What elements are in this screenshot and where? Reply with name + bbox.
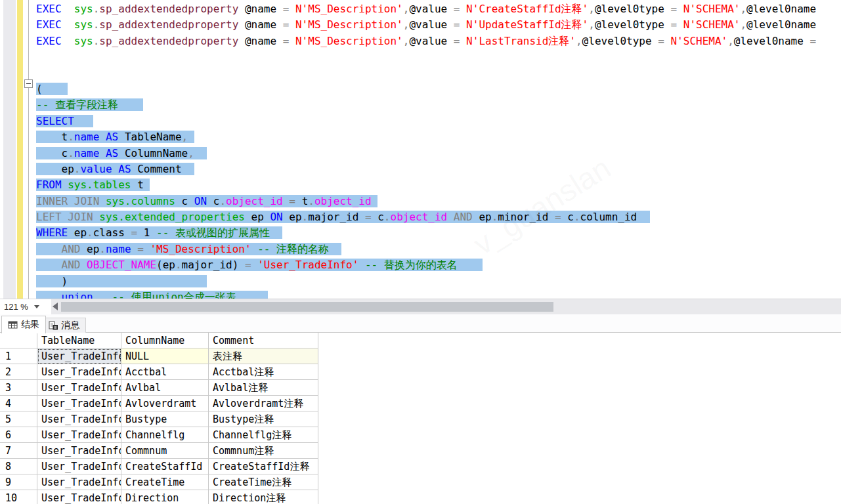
row-number[interactable]: 4 — [0, 396, 37, 411]
grid-cell[interactable]: Direction — [121, 490, 209, 504]
grid-cell[interactable]: Avloverdramt — [121, 396, 209, 411]
table-row: 1User_TradeInfoNULL表注释 — [0, 348, 841, 364]
table-row: 4User_TradeInfoAvloverdramtAvloverdramt注… — [0, 396, 841, 411]
zoom-level-label: 121 % — [4, 302, 28, 312]
code-line: EXEC sys.sp_addextendedproperty @name = … — [36, 1, 841, 17]
code-line: AND OBJECT_NAME(ep.major_id) = 'User_Tra… — [36, 257, 841, 273]
grid-header-row: TableName ColumnName Comment — [0, 333, 841, 348]
grid-cell[interactable]: User_TradeInfo — [37, 411, 121, 427]
results-grid: TableName ColumnName Comment 1User_Trade… — [0, 333, 841, 504]
grid-cell[interactable]: User_TradeInfo — [37, 427, 121, 443]
code-line: LEFT JOIN sys.extended_properties ep ON … — [36, 209, 841, 225]
grid-cell[interactable]: Avlbal — [121, 380, 209, 396]
row-number[interactable]: 9 — [0, 474, 37, 490]
row-number[interactable]: 5 — [0, 411, 37, 427]
code-line: SELECT — [36, 114, 841, 129]
table-row: 2User_TradeInfoAcctbalAcctbal注释 — [0, 364, 841, 380]
row-number[interactable]: 8 — [0, 459, 37, 474]
grid-cell[interactable]: Channelflg — [121, 427, 209, 443]
table-row: 3User_TradeInfoAvlbalAvlbal注释 — [0, 380, 841, 396]
grid-cell[interactable]: Avloverdramt注释 — [209, 396, 318, 411]
grid-cell[interactable]: Bustype — [121, 411, 209, 427]
grid-cell[interactable]: Avlbal注释 — [209, 380, 318, 396]
code-line — [36, 49, 841, 65]
hscrollbar-thumb[interactable] — [61, 302, 553, 312]
row-number[interactable]: 7 — [0, 443, 37, 459]
code-line: union -- 使用union合成一张表 — [36, 289, 841, 299]
tab-results[interactable]: 结果 — [1, 316, 46, 333]
grid-cell[interactable]: Commnum — [121, 443, 209, 459]
results-grid-icon — [8, 320, 18, 329]
code-line: ) — [36, 274, 841, 289]
code-line — [36, 66, 841, 81]
ssms-window: EXEC sys.sp_addextendedproperty @name = … — [0, 0, 841, 504]
table-row: 6User_TradeInfoChannelflgChannelflg注释 — [0, 427, 841, 443]
grid-cell[interactable]: User_TradeInfo — [37, 380, 121, 396]
row-number[interactable]: 6 — [0, 427, 37, 443]
grid-cell[interactable]: Acctbal注释 — [209, 364, 318, 380]
messages-icon — [48, 321, 58, 330]
grid-cell[interactable]: User_TradeInfo — [37, 474, 121, 490]
change-tracking-bar — [17, 0, 23, 299]
grid-cell[interactable]: CreateTime注释 — [209, 474, 318, 490]
code-line: c.name AS ColumnName, — [36, 146, 841, 161]
grid-cell[interactable]: User_TradeInfo — [37, 348, 121, 364]
grid-corner-cell[interactable] — [0, 333, 37, 348]
grid-cell[interactable]: Channelflg注释 — [209, 427, 318, 443]
row-number[interactable]: 10 — [0, 490, 37, 504]
code-line: EXEC sys.sp_addextendedproperty @name = … — [36, 17, 841, 33]
code-editor[interactable]: EXEC sys.sp_addextendedproperty @name = … — [36, 1, 841, 299]
code-line: WHERE ep.class = 1 -- 表或视图的扩展属性 — [36, 225, 841, 241]
results-tabstrip: 结果 消息 — [0, 314, 841, 333]
grid-cell[interactable]: Acctbal — [121, 364, 209, 380]
row-number[interactable]: 3 — [0, 380, 37, 396]
row-number[interactable]: 2 — [0, 364, 37, 380]
collapse-minus-icon[interactable] — [24, 79, 33, 88]
code-lines: EXEC sys.sp_addextendedproperty @name = … — [36, 1, 841, 299]
table-row: 10User_TradeInfoDirectionDirection注释 — [0, 490, 841, 504]
grid-cell[interactable]: NULL — [121, 348, 209, 364]
code-line: INNER JOIN sys.columns c ON c.object_id … — [36, 194, 841, 209]
row-number[interactable]: 1 — [0, 348, 37, 364]
tab-messages[interactable]: 消息 — [41, 318, 86, 333]
tab-results-label: 结果 — [21, 319, 39, 331]
grid-cell[interactable]: User_TradeInfo — [37, 364, 121, 380]
table-row: 7User_TradeInfoCommnumCommnum注释 — [0, 443, 841, 459]
code-line: ep.value AS Comment — [36, 161, 841, 177]
outlining-line — [28, 0, 29, 299]
column-header-columnname[interactable]: ColumnName — [121, 333, 209, 348]
grid-cell[interactable]: User_TradeInfo — [37, 490, 121, 504]
scroll-left-icon[interactable] — [53, 303, 58, 310]
chevron-down-icon — [34, 305, 39, 308]
grid-cell[interactable]: CreateStaffId — [121, 459, 209, 474]
table-row: 9User_TradeInfoCreateTimeCreateTime注释 — [0, 474, 841, 490]
code-line: AND ep.name = 'MS_Description' -- 注释的名称 — [36, 242, 841, 257]
table-row: 8User_TradeInfoCreateStaffIdCreateStaffI… — [0, 459, 841, 474]
code-line: t.name AS TableName, — [36, 129, 841, 145]
grid-cell[interactable]: User_TradeInfo — [37, 459, 121, 474]
editor-hscrollbar-row: 121 % — [0, 299, 841, 314]
sql-editor-pane[interactable]: EXEC sys.sp_addextendedproperty @name = … — [0, 0, 841, 299]
grid-cell[interactable]: Bustype注释 — [209, 411, 318, 427]
grid-cell[interactable]: User_TradeInfo — [37, 443, 121, 459]
grid-cell[interactable]: CreateStaffId注释 — [209, 459, 318, 474]
code-line: EXEC sys.sp_addextendedproperty @name = … — [36, 33, 841, 49]
indicator-margin — [3, 0, 16, 299]
hscrollbar-track[interactable] — [61, 299, 841, 314]
code-line: -- 查看字段注释 — [36, 97, 841, 113]
column-header-tablename[interactable]: TableName — [37, 333, 121, 348]
grid-cell[interactable]: 表注释 — [209, 348, 318, 364]
grid-cell[interactable]: CreateTime — [121, 474, 209, 490]
table-row: 5User_TradeInfoBustypeBustype注释 — [0, 411, 841, 427]
grid-cell[interactable]: Commnum注释 — [209, 443, 318, 459]
column-header-comment[interactable]: Comment — [209, 333, 318, 348]
editor-zoom-dropdown[interactable]: 121 % — [0, 299, 51, 314]
code-line: FROM sys.tables t — [36, 177, 841, 193]
grid-cell[interactable]: User_TradeInfo — [37, 396, 121, 411]
grid-cell[interactable]: Direction注释 — [209, 490, 318, 504]
grid-body: 1User_TradeInfoNULL表注释2User_TradeInfoAcc… — [0, 348, 841, 504]
code-line: ( — [36, 81, 841, 97]
tab-messages-label: 消息 — [61, 320, 79, 331]
